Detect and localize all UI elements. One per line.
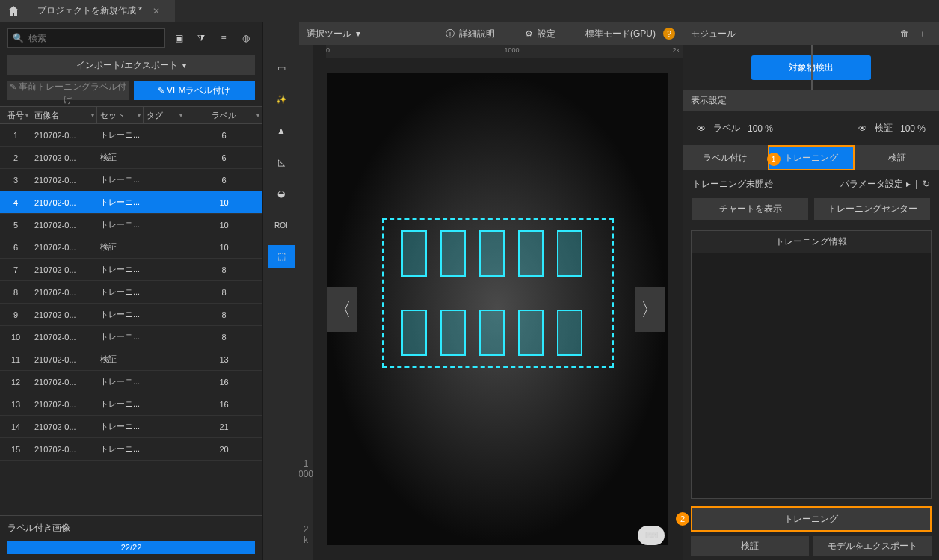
- toggle-verify-visibility[interactable]: 👁 検証 100 %: [858, 122, 926, 135]
- cell-tag: [144, 304, 185, 325]
- verify-button[interactable]: 検証: [691, 536, 809, 556]
- delete-module-icon[interactable]: 🗑: [896, 25, 914, 43]
- polygon-tool-icon[interactable]: ◺: [268, 151, 295, 173]
- import-export-button[interactable]: インポート/エクスポート: [7, 55, 255, 75]
- detection-box[interactable]: [479, 230, 505, 277]
- cell-labels: 20: [185, 438, 262, 460]
- callout-1: 1: [767, 153, 781, 166]
- tool-strip: ▭ ✨ ▲ ◺ ◒ ROI ⬚: [263, 22, 299, 560]
- th-number[interactable]: 番号: [0, 107, 31, 123]
- table-row[interactable]: 3 210702-0... トレーニ... 6: [0, 169, 262, 191]
- cell-number: 12: [0, 371, 31, 393]
- th-labels[interactable]: ラベル: [185, 107, 262, 123]
- table-row[interactable]: 8 210702-0... トレーニ... 8: [0, 281, 262, 304]
- roi-tool-label[interactable]: ROI: [268, 214, 295, 236]
- pretrain-label-button[interactable]: ✎ 事前トレーニングラベル付け: [7, 81, 129, 100]
- cell-set: 検証: [97, 236, 144, 258]
- close-icon[interactable]: ✕: [153, 6, 160, 16]
- grid-icon[interactable]: ◍: [237, 29, 255, 47]
- detection-box[interactable]: [440, 230, 466, 277]
- rect-tool-icon[interactable]: ▭: [268, 57, 295, 79]
- table-row[interactable]: 14 210702-0... トレーニ... 21: [0, 416, 262, 438]
- image-filter-icon[interactable]: ▣: [170, 29, 188, 47]
- cell-set: トレーニ...: [97, 393, 144, 415]
- cell-name: 210702-0...: [31, 214, 97, 236]
- list-icon[interactable]: ≡: [215, 29, 233, 47]
- mode-label[interactable]: 標準モード(GPU)?: [585, 28, 675, 40]
- select-tool-icon[interactable]: ⬚: [268, 245, 295, 268]
- detection-box[interactable]: [440, 310, 466, 356]
- cell-number: 15: [0, 438, 31, 460]
- cell-number: 4: [0, 191, 31, 213]
- table-row[interactable]: 11 210702-0... 検証 13: [0, 348, 262, 371]
- cell-tag: [144, 169, 185, 191]
- cell-name: 210702-0...: [31, 393, 97, 415]
- table-row[interactable]: 2 210702-0... 検証 6: [0, 147, 262, 169]
- table-row[interactable]: 4 210702-0... トレーニ... 10: [0, 191, 262, 214]
- roi-box[interactable]: [382, 218, 614, 368]
- training-center-button[interactable]: トレーニングセンター: [814, 198, 930, 220]
- cell-labels: 8: [185, 259, 262, 280]
- th-tag[interactable]: タグ: [144, 107, 185, 123]
- cell-tag: [144, 236, 185, 258]
- cell-name: 210702-0...: [31, 348, 97, 370]
- table-row[interactable]: 9 210702-0... トレーニ... 8: [0, 304, 262, 326]
- detail-button[interactable]: ⓘ 詳細説明: [446, 28, 495, 40]
- table-row[interactable]: 10 210702-0... トレーニ... 8: [0, 326, 262, 348]
- table-row[interactable]: 1 210702-0... トレーニ... 6: [0, 124, 262, 147]
- cell-tag: [144, 371, 185, 393]
- detection-box[interactable]: [518, 230, 544, 277]
- funnel-icon[interactable]: ⧩: [192, 29, 210, 47]
- table-row[interactable]: 5 210702-0... トレーニ... 10: [0, 214, 262, 236]
- param-settings-button[interactable]: パラメータ設定 ▸ | ↻: [840, 178, 930, 191]
- stamp-tool-icon[interactable]: ▲: [268, 120, 295, 142]
- prev-image-button[interactable]: 〈: [327, 287, 357, 332]
- table-row[interactable]: 12 210702-0... トレーニ... 16: [0, 371, 262, 393]
- cell-labels: 8: [185, 281, 262, 303]
- train-button[interactable]: トレーニング: [691, 506, 932, 532]
- table-body[interactable]: 1 210702-0... トレーニ... 62 210702-0... 検証 …: [0, 124, 262, 515]
- cell-name: 210702-0...: [31, 191, 97, 213]
- tab-labeling[interactable]: ラベル付け: [683, 145, 768, 170]
- project-tab[interactable]: プロジェクトを新規作成 * ✕: [27, 0, 175, 22]
- show-chart-button[interactable]: チャートを表示: [692, 198, 808, 220]
- eraser-tool-icon[interactable]: ◒: [268, 182, 295, 205]
- home-button[interactable]: [0, 0, 27, 22]
- detection-box[interactable]: [557, 310, 582, 356]
- vfm-label-button[interactable]: ✎ VFMラベル付け: [134, 81, 256, 100]
- table-row[interactable]: 13 210702-0... トレーニ... 16: [0, 393, 262, 416]
- detection-box[interactable]: [518, 310, 544, 356]
- detection-box[interactable]: [557, 230, 582, 277]
- search-box[interactable]: 🔍: [7, 28, 165, 48]
- cell-labels: 6: [185, 124, 262, 146]
- detection-box[interactable]: [401, 310, 427, 356]
- cell-set: トレーニ...: [97, 191, 144, 213]
- tab-verify[interactable]: 検証: [855, 145, 939, 170]
- table-row[interactable]: 6 210702-0... 検証 10: [0, 236, 262, 259]
- settings-button[interactable]: ⚙ 設定: [525, 28, 555, 40]
- cell-number: 11: [0, 348, 31, 370]
- wand-tool-icon[interactable]: ✨: [268, 88, 295, 111]
- th-name[interactable]: 画像名: [31, 107, 97, 123]
- next-image-button[interactable]: 〉: [635, 287, 665, 332]
- select-tool-dropdown[interactable]: 選択ツール ▾: [307, 28, 360, 40]
- cell-labels: 16: [185, 393, 262, 415]
- table-row[interactable]: 15 210702-0... トレーニ... 20: [0, 438, 262, 461]
- tab-training[interactable]: 1 トレーニング: [768, 145, 855, 170]
- add-module-icon[interactable]: ＋: [914, 25, 932, 43]
- eye-icon: 👁: [697, 123, 706, 134]
- table-row[interactable]: 7 210702-0... トレーニ... 8: [0, 259, 262, 281]
- toggle-label-visibility[interactable]: 👁 ラベル 100 %: [697, 122, 773, 135]
- detection-box[interactable]: [401, 230, 427, 277]
- export-model-button[interactable]: モデルをエクスポート: [813, 536, 932, 556]
- training-info-body: [691, 253, 932, 499]
- cell-set: 検証: [97, 348, 144, 370]
- canvas[interactable]: 1000 2k 〈 〉 ⌨: [299, 58, 683, 560]
- image-view[interactable]: [327, 73, 668, 545]
- keyboard-icon[interactable]: ⌨: [638, 526, 665, 545]
- detection-box[interactable]: [479, 310, 505, 356]
- th-set[interactable]: セット: [97, 107, 144, 123]
- cell-name: 210702-0...: [31, 326, 97, 348]
- help-icon[interactable]: ?: [663, 28, 675, 40]
- search-input[interactable]: [28, 33, 160, 43]
